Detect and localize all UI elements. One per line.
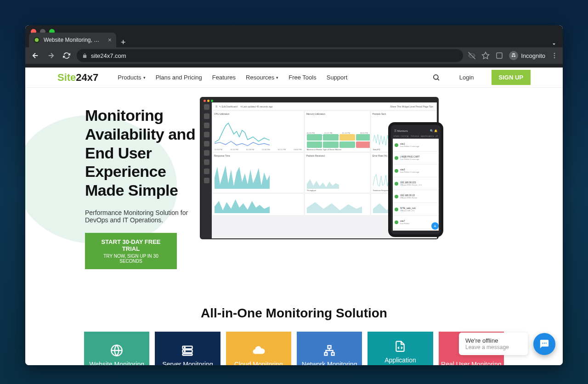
svg-point-1 bbox=[512, 55, 514, 57]
svg-point-17 bbox=[185, 351, 186, 352]
svg-point-3 bbox=[554, 53, 555, 54]
tracking-icon[interactable] bbox=[468, 51, 476, 60]
svg-point-22 bbox=[542, 343, 543, 344]
chat-icon bbox=[539, 339, 549, 349]
search-icon[interactable] bbox=[432, 73, 440, 81]
nav-products[interactable]: Products ▾ bbox=[118, 74, 145, 81]
svg-marker-10 bbox=[307, 202, 362, 213]
svg-point-5 bbox=[554, 57, 555, 58]
lock-icon bbox=[82, 53, 87, 58]
svg-point-6 bbox=[434, 75, 438, 79]
svg-marker-9 bbox=[215, 199, 270, 213]
signup-button[interactable]: SIGN UP bbox=[492, 70, 531, 85]
site-navbar: Site24x7 Products ▾ Plans and Pricing Fe… bbox=[25, 68, 563, 88]
solutions-heading: All-in-One Monitoring Solution bbox=[25, 306, 563, 321]
network-icon bbox=[323, 344, 336, 357]
chat-widget: We're offline Leave a message bbox=[459, 333, 555, 355]
address-bar: site24x7.com Incognito bbox=[25, 47, 563, 64]
browser-tab[interactable]: Website Monitoring, Website M × bbox=[29, 33, 116, 47]
browser-window: Website Monitoring, Website M × + bbox=[25, 25, 563, 365]
file-code-icon bbox=[394, 339, 406, 353]
phone-mockup: ☰ Monitors🔍 🔔 DOWNCRITICALTROUBLEMAINTEN… bbox=[388, 122, 443, 237]
browser-toolbar-right: Incognito bbox=[468, 51, 558, 60]
nav-reload-button[interactable] bbox=[61, 50, 72, 61]
hero-image: ☰ ✎ Edit Dashboard ⟲ Last updated 45 sec… bbox=[200, 97, 563, 269]
svg-rect-19 bbox=[325, 353, 328, 356]
browser-menu-icon[interactable] bbox=[551, 52, 558, 59]
hero-title: Monitoring Availability and End User Exp… bbox=[85, 106, 200, 200]
solution-app[interactable]: Application Performance bbox=[368, 332, 433, 365]
dashboard-mockup: ☰ ✎ Edit Dashboard ⟲ Last updated 45 sec… bbox=[200, 97, 439, 239]
nav-features[interactable]: Features bbox=[212, 74, 236, 81]
hero-section: Monitoring Availability and End User Exp… bbox=[25, 88, 563, 269]
solution-cloud[interactable]: Cloud Monitoring bbox=[226, 332, 291, 365]
new-tab-button[interactable]: + bbox=[116, 38, 130, 47]
svg-point-2 bbox=[514, 55, 516, 57]
tab-title: Website Monitoring, Website M bbox=[44, 37, 104, 43]
tab-favicon bbox=[34, 37, 40, 43]
cloud-icon bbox=[252, 344, 266, 357]
solution-website[interactable]: Website Monitoring bbox=[84, 332, 149, 365]
svg-point-23 bbox=[544, 343, 545, 344]
phone-fab-add: + bbox=[431, 222, 439, 230]
globe-icon bbox=[110, 344, 123, 357]
site-logo[interactable]: Site24x7 bbox=[57, 72, 98, 84]
svg-rect-0 bbox=[497, 53, 502, 58]
chat-button[interactable] bbox=[533, 333, 555, 355]
server-icon bbox=[181, 344, 194, 357]
page-content: Site24x7 Products ▾ Plans and Pricing Fe… bbox=[25, 68, 563, 365]
incognito-badge[interactable]: Incognito bbox=[509, 51, 545, 60]
nav-links: Products ▾ Plans and Pricing Features Re… bbox=[118, 74, 347, 81]
url-text: site24x7.com bbox=[91, 52, 126, 59]
url-input[interactable]: site24x7.com bbox=[77, 49, 463, 62]
tab-close-icon[interactable]: × bbox=[108, 36, 112, 44]
nav-resources[interactable]: Resources ▾ bbox=[246, 74, 278, 81]
traffic-lights bbox=[25, 25, 563, 31]
tab-strip: Website Monitoring, Website M × + bbox=[25, 31, 563, 47]
svg-rect-20 bbox=[332, 353, 334, 356]
svg-marker-8 bbox=[307, 179, 339, 189]
nav-back-button[interactable] bbox=[30, 50, 41, 61]
solution-network[interactable]: Network Monitoring bbox=[297, 332, 362, 365]
svg-rect-18 bbox=[328, 345, 331, 348]
extensions-icon[interactable] bbox=[495, 51, 503, 60]
tabs-dropdown-icon[interactable] bbox=[551, 41, 557, 47]
chevron-down-icon: ▾ bbox=[276, 75, 278, 80]
nav-free-tools[interactable]: Free Tools bbox=[288, 74, 316, 81]
browser-chrome: Website Monitoring, Website M × + bbox=[25, 25, 563, 68]
hero-text: Monitoring Availability and End User Exp… bbox=[25, 97, 200, 269]
svg-rect-15 bbox=[183, 354, 192, 356]
nav-plans[interactable]: Plans and Pricing bbox=[156, 74, 202, 81]
svg-point-16 bbox=[185, 347, 186, 348]
start-trial-button[interactable]: START 30-DAY FREE TRIAL TRY NOW, SIGN UP… bbox=[85, 233, 177, 269]
chevron-down-icon: ▾ bbox=[143, 75, 146, 80]
svg-point-24 bbox=[546, 343, 547, 344]
svg-marker-7 bbox=[215, 166, 270, 189]
incognito-icon bbox=[509, 51, 518, 60]
nav-support[interactable]: Support bbox=[327, 74, 348, 81]
hero-subtitle: Performance Monitoring Solution for DevO… bbox=[85, 209, 200, 224]
login-link[interactable]: Login bbox=[459, 74, 474, 81]
bookmark-icon[interactable] bbox=[481, 51, 490, 60]
solution-server[interactable]: Server Monitoring bbox=[155, 332, 220, 365]
chat-offline-message[interactable]: We're offline Leave a message bbox=[459, 333, 528, 355]
svg-point-4 bbox=[554, 55, 555, 56]
nav-forward-button[interactable] bbox=[45, 50, 57, 61]
